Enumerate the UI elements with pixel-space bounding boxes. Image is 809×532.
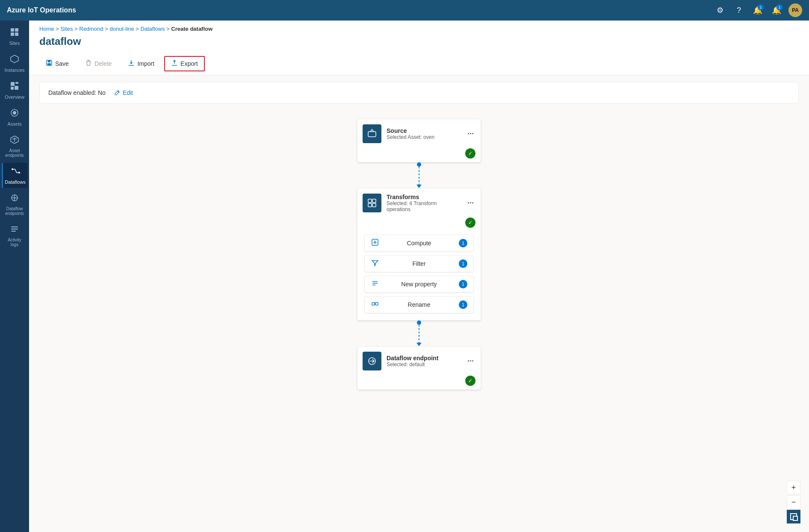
rename-icon: [371, 300, 379, 309]
sidebar-item-overview[interactable]: Overview: [2, 78, 27, 103]
dataflow-endpoint-node-menu[interactable]: ···: [466, 355, 475, 367]
dataflow-endpoint-subtitle: Selected: default: [387, 362, 461, 367]
dataflow-endpoint-title: Dataflow endpoint: [387, 355, 461, 362]
zoom-fit-button[interactable]: [787, 510, 800, 523]
transforms-node-title: Transforms: [387, 194, 461, 200]
svg-rect-26: [86, 61, 91, 62]
svg-point-14: [12, 168, 13, 170]
transforms-node-icon: [363, 194, 381, 212]
new-property-op-button[interactable]: New property 1: [364, 276, 474, 293]
settings-icon[interactable]: ⚙: [713, 3, 727, 17]
breadcrumb-home[interactable]: Home: [39, 26, 54, 32]
new-property-label: New property: [384, 281, 455, 288]
breadcrumb-sites[interactable]: Sites: [61, 26, 73, 32]
filter-icon: [371, 259, 379, 268]
svg-rect-24: [47, 63, 51, 65]
toolbar: Save Delete Import Export: [29, 53, 809, 75]
svg-rect-23: [48, 60, 50, 62]
compute-op-button[interactable]: Compute 1: [364, 235, 474, 252]
compute-label: Compute: [384, 240, 455, 247]
dataflow-endpoint-check: ✓: [465, 376, 475, 386]
dataflow-endpoint-node-icon: [363, 352, 381, 370]
save-button[interactable]: Save: [39, 56, 75, 71]
sidebar-label-asset-endpoints: Asset endpoints: [3, 148, 26, 158]
sidebar-label-dataflows: Dataflows: [5, 179, 25, 185]
edit-button[interactable]: Edit: [111, 88, 136, 98]
svg-rect-3: [15, 32, 18, 36]
rename-badge: 1: [459, 300, 467, 309]
svg-rect-32: [368, 132, 376, 137]
transforms-node[interactable]: Transforms Selected: 4 Transform operati…: [357, 188, 481, 320]
svg-rect-36: [372, 203, 376, 207]
notification-icon-1[interactable]: 🔔 1: [751, 3, 765, 17]
export-button[interactable]: Export: [164, 56, 204, 71]
help-icon[interactable]: ?: [732, 3, 746, 17]
new-property-badge: 1: [459, 280, 467, 288]
source-node[interactable]: Source Selected Asset: oven ··· ✓: [357, 119, 481, 162]
connector-arrow-1: [416, 185, 422, 188]
connector-dot-1: [417, 162, 421, 167]
sites-icon: [10, 27, 19, 39]
activity-logs-icon: [10, 224, 19, 236]
dataflow-status: Dataflow enabled: No: [48, 89, 106, 96]
flow-canvas: Source Selected Asset: oven ··· ✓: [39, 110, 799, 398]
content-area: Home > Sites > Redmond > donut-line > Da…: [29, 21, 809, 532]
dataflow-endpoint-node[interactable]: Dataflow endpoint Selected: default ··· …: [357, 346, 481, 390]
connector-2: [416, 320, 422, 346]
source-node-title: Source: [387, 127, 461, 134]
filter-op-button[interactable]: Filter 1: [364, 255, 474, 272]
avatar[interactable]: PA: [788, 3, 802, 17]
svg-rect-25: [87, 60, 90, 61]
breadcrumb-redmond[interactable]: Redmond: [79, 26, 103, 32]
sidebar-item-dataflow-endpoints[interactable]: Dataflow endpoints: [2, 190, 27, 219]
svg-rect-33: [368, 199, 372, 203]
source-node-subtitle: Selected Asset: oven: [387, 134, 461, 140]
sidebar-label-assets: Assets: [7, 121, 21, 126]
new-property-icon: [371, 279, 379, 289]
sidebar-label-activity-logs: Activity logs: [3, 238, 26, 247]
asset-endpoints-icon: [10, 135, 19, 147]
svg-point-15: [18, 172, 20, 173]
sidebar-item-assets[interactable]: Assets: [2, 105, 27, 130]
main-layout: Sites Instances Overview Assets Asset en…: [0, 21, 809, 532]
top-bar-icons: ⚙ ? 🔔 1 🔔 1 PA: [713, 3, 802, 17]
sidebar-item-dataflows[interactable]: Dataflows: [2, 163, 27, 188]
svg-marker-4: [11, 55, 18, 63]
connector-dot-2: [417, 320, 421, 325]
sidebar-item-asset-endpoints[interactable]: Asset endpoints: [2, 132, 27, 161]
dataflow-endpoint-node-info: Dataflow endpoint Selected: default: [387, 355, 461, 367]
zoom-controls: + −: [787, 481, 800, 523]
notification-icon-2[interactable]: 🔔 1: [770, 3, 783, 17]
sidebar-item-sites[interactable]: Sites: [2, 24, 27, 49]
svg-rect-7: [11, 87, 14, 90]
zoom-in-button[interactable]: +: [787, 481, 800, 494]
source-node-menu[interactable]: ···: [466, 128, 475, 140]
transforms-node-check: ✓: [465, 218, 475, 228]
source-node-header: Source Selected Asset: oven ···: [357, 119, 481, 148]
breadcrumb-dataflows[interactable]: Dataflows: [140, 26, 165, 32]
overview-icon: [10, 81, 19, 93]
transform-operations: Compute 1 Filter 1: [357, 231, 481, 320]
transforms-node-menu[interactable]: ···: [466, 197, 475, 209]
rename-op-button[interactable]: Rename 1: [364, 296, 474, 313]
top-bar: Azure IoT Operations ⚙ ? 🔔 1 🔔 1 PA: [0, 0, 809, 21]
connector-line-1: [419, 167, 419, 185]
zoom-out-button[interactable]: −: [787, 495, 800, 509]
source-node-check: ✓: [465, 148, 475, 159]
svg-rect-8: [15, 86, 18, 90]
transforms-node-info: Transforms Selected: 4 Transform operati…: [387, 194, 461, 212]
connector-1: [416, 162, 422, 188]
import-button[interactable]: Import: [121, 56, 161, 71]
edit-label: Edit: [123, 89, 133, 96]
sidebar-item-instances[interactable]: Instances: [2, 51, 27, 76]
svg-rect-20: [11, 229, 18, 229]
breadcrumb-donut-line[interactable]: donut-line: [109, 26, 134, 32]
sidebar: Sites Instances Overview Assets Asset en…: [0, 21, 29, 532]
filter-badge: 1: [459, 259, 467, 268]
transforms-node-subtitle: Selected: 4 Transform operations: [387, 200, 461, 212]
svg-rect-5: [11, 82, 15, 86]
instances-icon: [10, 54, 19, 66]
import-label: Import: [137, 60, 154, 67]
sidebar-item-activity-logs[interactable]: Activity logs: [2, 221, 27, 250]
delete-button[interactable]: Delete: [79, 56, 118, 71]
